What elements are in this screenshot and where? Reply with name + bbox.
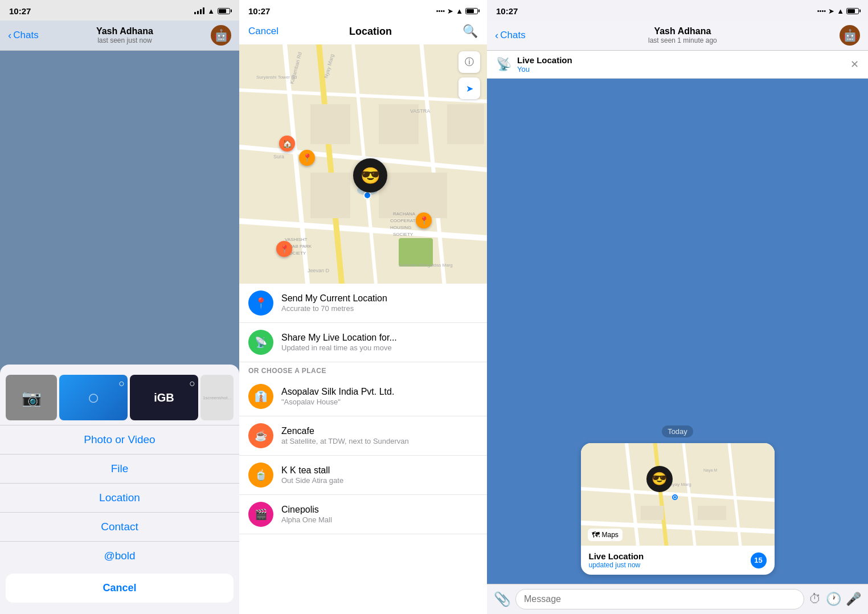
avatar-1[interactable]: 🤖	[211, 25, 231, 46]
send-current-subtitle: Accurate to 70 metres	[281, 304, 478, 313]
back-label-3: Chats	[500, 30, 525, 41]
status-time-3: 10:27	[496, 6, 518, 16]
pin-icon: 📍	[255, 297, 267, 309]
close-button-banner[interactable]: ✕	[850, 58, 859, 71]
live-location-icon: 📡	[248, 330, 273, 355]
asopalav-detail: "Asopalav House"	[281, 398, 478, 406]
mic-icon[interactable]: 🎤	[846, 592, 861, 607]
send-current-location[interactable]: 📍 Send My Current Location Accurate to 7…	[239, 284, 487, 323]
photo-thumb-3[interactable]: 1screenshot...	[200, 375, 234, 420]
place-cinepolis[interactable]: 🎬 Cinepolis Alpha One Mall	[239, 495, 487, 534]
map-info-button[interactable]: ⓘ	[458, 51, 480, 73]
attach-bold[interactable]: @bold	[0, 541, 239, 570]
last-seen-3: last seen 1 minute ago	[648, 36, 717, 44]
places-section-header: OR CHOOSE A PLACE	[239, 362, 487, 377]
location-arrow-icon: ➤	[447, 7, 453, 15]
cancel-label-1: Cancel	[103, 582, 136, 593]
wifi-icon-3: ▲	[837, 7, 844, 15]
today-label: Today	[662, 425, 693, 437]
map-msg-title: Live Location	[589, 551, 644, 561]
place-asopalav[interactable]: 👔 Asopalav Silk India Pvt. Ltd. "Asopala…	[239, 377, 487, 416]
cinepolis-title: Cinepolis	[281, 505, 478, 515]
signal-icon	[194, 7, 204, 14]
nav-bar-3: ‹ Chats Yash Adhana last seen 1 minute a…	[487, 21, 868, 51]
map-msg-info: Live Location updated just now	[589, 551, 644, 569]
svg-text:Naya M: Naya M	[703, 468, 717, 473]
share-live-location[interactable]: 📡 Share My Live Location for... Updated …	[239, 323, 487, 362]
map-msg-subtitle: updated just now	[589, 561, 644, 569]
status-icons-2: •••• ➤ ▲	[436, 7, 478, 15]
nav-center-1: Yash Adhana last seen just now	[43, 26, 206, 44]
location-list: 📍 Send My Current Location Accurate to 7…	[239, 284, 487, 614]
battery-icon-3	[846, 8, 859, 14]
back-button-3[interactable]: ‹ Chats	[495, 29, 526, 42]
attach-location[interactable]: Location	[0, 483, 239, 512]
igb-text: iGB	[154, 391, 174, 404]
attach-file[interactable]: File	[0, 454, 239, 483]
chevron-left-icon-3: ‹	[495, 29, 498, 42]
asopalav-text: Asopalav Silk India Pvt. Ltd. "Asopalav …	[281, 387, 478, 406]
live-loc-title: Live Location	[517, 55, 572, 65]
attach-button[interactable]: 📎	[494, 591, 511, 607]
photo-thumb-1[interactable]: ○	[59, 375, 128, 420]
carrier-dots: ••••	[436, 7, 445, 14]
wifi-icon: ▲	[207, 7, 215, 15]
search-button[interactable]: 🔍	[462, 24, 478, 39]
asopalav-icon: 👔	[248, 384, 273, 409]
svg-text:Suryanshi Tower Rd: Suryanshi Tower Rd	[256, 75, 297, 80]
share-live-text: Share My Live Location for... Updated in…	[281, 333, 478, 352]
map-message-bubble[interactable]: Nyay Marg Naya M 😎 🗺 Maps	[581, 443, 775, 575]
zencafe-title: Zencafe	[281, 426, 478, 436]
apple-maps-watermark: 🗺 Maps	[588, 529, 623, 541]
attach-contact[interactable]: Contact	[0, 512, 239, 541]
battery-icon-2	[465, 8, 478, 14]
share-live-title: Share My Live Location for...	[281, 333, 478, 343]
status-bar-3: 10:27 •••• ➤ ▲	[487, 0, 868, 21]
status-bar-1: 10:27 ▲	[0, 0, 239, 21]
svg-text:VASTRA: VASTRA	[410, 108, 430, 114]
nav-bar-1: ‹ Chats Yash Adhana last seen just now 🤖	[0, 21, 239, 51]
cancel-button-1[interactable]: Cancel	[6, 574, 234, 603]
live-loc-info: Live Location You	[517, 55, 572, 73]
kk-tea-text: K K tea stall Out Side Atira gate	[281, 465, 478, 485]
battery-icon	[218, 8, 230, 14]
back-label-1: Chats	[13, 30, 38, 41]
status-time-1: 10:27	[9, 6, 31, 16]
svg-text:VASHISHT: VASHISHT	[285, 237, 308, 242]
place-kk-tea[interactable]: 🍵 K K tea stall Out Side Atira gate	[239, 456, 487, 495]
map-background: Kadambari Rd Nyay Marg Sura VASTRA RACHA…	[239, 44, 487, 284]
contact-name-3: Yash Adhana	[654, 26, 711, 36]
panel-1-chat: 10:27 ▲ ‹ Chats Yash Adhana last seen ju…	[0, 0, 239, 614]
camera-thumb[interactable]: 📷	[6, 375, 57, 420]
map-pin-4: 📍	[416, 212, 432, 228]
svg-text:Surendra Mangaldas Marg: Surendra Mangaldas Marg	[399, 263, 453, 268]
message-input[interactable]	[515, 589, 804, 609]
attach-photo-video[interactable]: Photo or Video	[0, 425, 239, 454]
map-blue-dot	[363, 191, 371, 199]
place-zencafe[interactable]: ☕ Zencafe at Satellite, at TDW, next to …	[239, 416, 487, 456]
svg-text:HOUSING: HOUSING	[390, 225, 411, 230]
chevron-left-icon: ‹	[8, 29, 11, 42]
avatar-3[interactable]: 🤖	[840, 25, 860, 46]
avatar-emoji-3: 🤖	[843, 28, 857, 42]
map-pin-1: 🏠	[279, 136, 295, 152]
status-icons-3: •••• ➤ ▲	[817, 7, 859, 15]
timer-icon[interactable]: ⏱	[809, 592, 821, 607]
map-locate-button[interactable]: ➤	[458, 77, 480, 99]
clock-icon[interactable]: 🕐	[826, 592, 841, 607]
location-label: Location	[99, 492, 140, 504]
contact-label: Contact	[101, 521, 138, 533]
svg-rect-12	[310, 173, 350, 218]
photo-thumb-2[interactable]: iGB	[130, 375, 198, 420]
attachment-sheet: 📷 ○ iGB 1screenshot... Photo or Video Fi…	[0, 365, 239, 614]
map-area[interactable]: Kadambari Rd Nyay Marg Sura VASTRA RACHA…	[239, 44, 487, 284]
asopalav-title: Asopalav Silk India Pvt. Ltd.	[281, 387, 478, 397]
cinepolis-detail: Alpha One Mall	[281, 515, 478, 524]
back-button-1[interactable]: ‹ Chats	[8, 29, 39, 42]
broadcast-signal-icon: 📡	[496, 57, 511, 72]
location-title: Location	[349, 26, 392, 38]
svg-rect-11	[447, 104, 484, 144]
photo-preview-row: 📷 ○ iGB 1screenshot...	[0, 370, 239, 425]
status-icons-1: ▲	[194, 7, 230, 15]
cancel-button-2[interactable]: Cancel	[248, 26, 279, 37]
